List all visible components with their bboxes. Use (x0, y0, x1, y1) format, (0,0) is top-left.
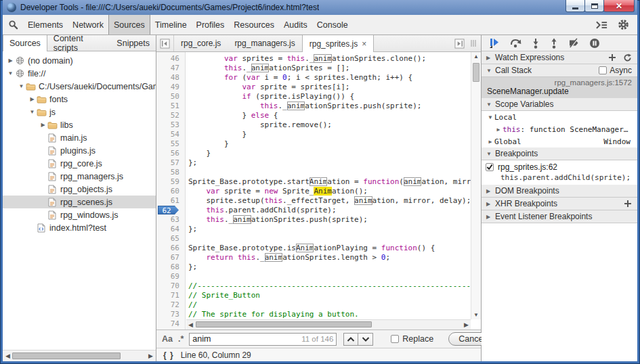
settings-gear-icon[interactable] (618, 19, 629, 30)
line-number[interactable]: 56 (156, 149, 185, 158)
add-xhr-breakpoint-icon[interactable] (624, 200, 632, 208)
line-number[interactable]: 63 (156, 215, 185, 225)
tree-item-rpg-core-js[interactable]: rpg_core.js (3, 157, 156, 170)
editor-horizontal-scrollbar[interactable]: ◀ ▶ (186, 319, 471, 329)
pause-on-exceptions-button[interactable] (589, 38, 600, 49)
line-number[interactable]: 58 (156, 168, 185, 177)
event-listener-breakpoints-section[interactable]: ▶ Event Listener Breakpoints (482, 210, 637, 223)
dom-breakpoints-section[interactable]: ▶ DOM Breakpoints (482, 185, 637, 198)
tree-item-rpg-objects-js[interactable]: rpg_objects.js (3, 183, 156, 196)
tree-item-plugins-js[interactable]: plugins.js (3, 144, 156, 157)
tab-resources[interactable]: Resources (229, 15, 279, 35)
scroll-up-icon[interactable]: ▲ (473, 53, 479, 60)
tab-network[interactable]: Network (68, 15, 108, 35)
code-editor[interactable]: 4647484950515253545556575859606162636465… (156, 52, 481, 329)
step-out-button[interactable] (549, 38, 559, 49)
breakpoints-section[interactable]: ▼ Breakpoints (482, 147, 637, 160)
breakpoint-entry[interactable]: rpg_sprites.js:62 this.parent.addChild(s… (482, 160, 637, 185)
previous-match-button[interactable] (343, 333, 358, 346)
minimize-button[interactable] (566, 0, 585, 12)
search-input[interactable] (192, 334, 301, 344)
scroll-down-icon[interactable]: ▼ (473, 312, 479, 318)
search-icon[interactable] (3, 15, 23, 35)
line-number[interactable]: 54 (156, 130, 185, 139)
add-watch-icon[interactable] (608, 53, 616, 62)
replace-checkbox[interactable] (391, 335, 399, 343)
line-number[interactable]: 69 (156, 272, 185, 281)
tree-item-rpg-windows-js[interactable]: rpg_windows.js (3, 208, 156, 221)
line-number[interactable]: 51 (156, 101, 185, 111)
tree-item-fonts[interactable]: ▶fonts (3, 93, 156, 106)
tab-console[interactable]: Console (312, 15, 353, 35)
line-number[interactable]: 50 (156, 92, 185, 101)
line-number[interactable]: 74 (156, 319, 185, 329)
line-number[interactable]: 49 (156, 83, 185, 92)
tree-item-libs[interactable]: ▶libs (3, 118, 156, 131)
deactivate-breakpoints-button[interactable] (568, 38, 580, 48)
sidebar-tab-snippets[interactable]: Snippets (110, 35, 156, 51)
scope-variables-section[interactable]: ▼ Scope Variables (482, 98, 637, 111)
chevron-down-icon[interactable]: ▼ (28, 109, 36, 115)
line-number[interactable]: 59 (156, 177, 185, 187)
tab-sources[interactable]: Sources (108, 15, 150, 35)
scope-local-group[interactable]: ▼ Local (482, 111, 637, 123)
line-number[interactable]: 60 (156, 187, 185, 196)
tree-item-index-html-test[interactable]: index.html?test (3, 221, 156, 234)
scrollbar-thumb[interactable] (12, 352, 121, 359)
code-lines[interactable]: var sprites = this._animationSprites.clo… (186, 52, 481, 329)
chevron-down-icon[interactable]: ▼ (18, 83, 25, 89)
line-number[interactable]: 72 (156, 300, 185, 310)
tree-item-main-js[interactable]: main.js (3, 131, 156, 144)
watch-expressions-section[interactable]: ▶ Watch Expressions (482, 51, 637, 64)
step-into-button[interactable] (531, 38, 540, 49)
resume-script-button[interactable] (488, 37, 500, 49)
tree-item-rpg-scenes-js[interactable]: rpg_scenes.js (3, 196, 156, 208)
match-case-toggle[interactable]: Aa (162, 334, 173, 344)
tab-timeline[interactable]: Timeline (150, 15, 192, 35)
line-number[interactable]: 61 (156, 196, 185, 206)
pretty-print-icon[interactable]: { } (163, 350, 174, 360)
breakpoint-checkbox[interactable] (486, 163, 494, 171)
scrollbar-thumb[interactable] (473, 63, 479, 82)
scope-this-variable[interactable]: ▶ this: function SceneManager… (482, 123, 637, 135)
line-number[interactable]: 46 (156, 54, 185, 64)
line-number-gutter[interactable]: 4647484950515253545556575859606162636465… (156, 52, 186, 329)
scroll-left-icon[interactable]: ◀ (188, 321, 193, 328)
scroll-left-icon[interactable]: ◀ (5, 352, 10, 359)
sidebar-tab-sources[interactable]: Sources (3, 35, 47, 51)
breakpoint-line-number[interactable]: 62 (156, 206, 185, 215)
tree-item-c-users-aueki-documents-game[interactable]: ▼C:/Users/aueki/Documents/Game (3, 80, 156, 93)
line-number[interactable]: 48 (156, 73, 185, 83)
sidebar-horizontal-scrollbar[interactable]: ◀ ▶ (3, 350, 156, 361)
show-panel-icon[interactable] (454, 39, 465, 49)
scope-global-group[interactable]: ▶ Global Window (482, 135, 637, 147)
call-stack-frame[interactable]: rpg_managers.js:1572 SceneManager.update (482, 77, 637, 98)
hide-navigator-icon[interactable] (156, 35, 174, 51)
scrollbar-thumb[interactable] (196, 321, 372, 327)
line-number[interactable]: 70 (156, 281, 185, 291)
step-over-button[interactable] (509, 38, 522, 48)
tree-item-js[interactable]: ▼js (3, 106, 156, 118)
tree-item-no-domain[interactable]: ▶(no domain) (3, 54, 156, 67)
search-field[interactable]: 11 of 146 (189, 333, 337, 346)
sidebar-tab-content-scripts[interactable]: Content scripts (47, 35, 110, 51)
tab-audits[interactable]: Audits (279, 15, 312, 35)
line-number[interactable]: 53 (156, 120, 185, 130)
titlebar[interactable]: Developer Tools - file:///C:/Users/aueki… (3, 0, 637, 15)
maximize-button[interactable] (584, 0, 604, 12)
line-number[interactable]: 71 (156, 291, 185, 300)
line-number[interactable]: 73 (156, 310, 185, 319)
breakpoint-marker[interactable]: 62 (158, 206, 179, 214)
line-number[interactable]: 57 (156, 158, 185, 168)
line-number[interactable]: 47 (156, 64, 185, 73)
line-number[interactable]: 68 (156, 263, 185, 272)
close-button[interactable]: ✕ (603, 0, 635, 12)
chevron-right-icon[interactable]: ▶ (28, 96, 36, 102)
scroll-right-icon[interactable]: ▶ (464, 321, 469, 328)
next-match-button[interactable] (358, 333, 373, 346)
editor-tab-rpg-core-js[interactable]: rpg_core.js (174, 35, 228, 51)
refresh-watch-icon[interactable] (623, 53, 632, 62)
regex-toggle[interactable]: .* (178, 334, 184, 344)
editor-tab-rpg-sprites-js[interactable]: rpg_sprites.js× (302, 35, 374, 52)
editor-vertical-scrollbar[interactable]: ▲ ▼ (471, 52, 481, 319)
